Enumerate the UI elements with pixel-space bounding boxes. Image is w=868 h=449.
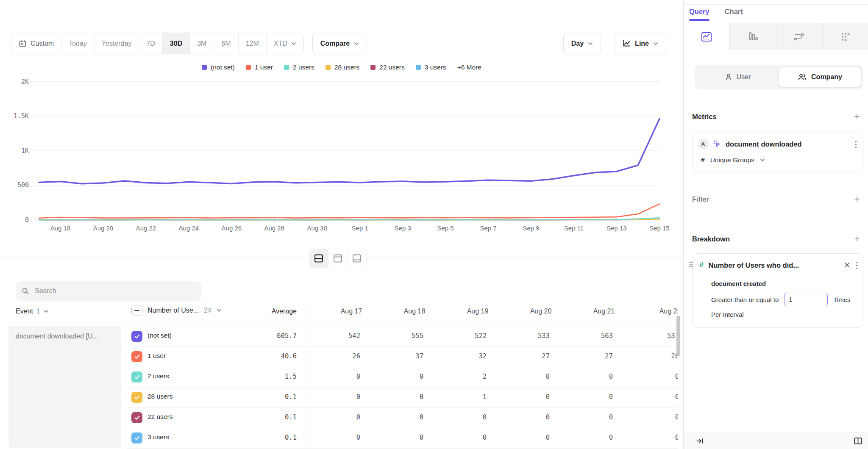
x-axis-tick: Sep 15 <box>649 224 670 232</box>
measure-selector[interactable]: # Unique Groups <box>701 156 765 164</box>
series-line[interactable] <box>39 119 659 184</box>
table-row: 22 users0.1000000 <box>127 407 678 428</box>
collapse-panel-icon[interactable] <box>696 438 704 444</box>
range-xtd[interactable]: XTD <box>266 33 303 54</box>
kebab-menu-icon[interactable] <box>855 140 857 148</box>
threshold-input[interactable] <box>784 293 828 306</box>
filter-section-header: Filter + <box>692 194 860 204</box>
layout-bottom-button[interactable] <box>347 249 366 268</box>
range-3m[interactable]: 3M <box>189 33 214 54</box>
chart-type-tabs <box>684 23 868 50</box>
layout-split-button[interactable] <box>309 249 328 268</box>
split-view-icon[interactable] <box>854 437 862 445</box>
range-7d[interactable]: 7D <box>139 33 162 54</box>
x-axis-tick: Aug 22 <box>136 224 156 232</box>
drag-handle-icon[interactable] <box>689 262 693 267</box>
x-axis-tick: Sep 7 <box>480 224 496 232</box>
range-6m[interactable]: 6M <box>214 33 238 54</box>
row-checkbox[interactable] <box>131 412 142 423</box>
x-axis-tick: Aug 30 <box>307 224 327 232</box>
kebab-menu-icon[interactable] <box>856 261 858 269</box>
metric-card[interactable]: A document downloaded # Unique Groups <box>692 133 863 172</box>
group-column-header[interactable]: Number of Use... 24 <box>131 305 222 316</box>
row-value: 27 <box>572 352 635 360</box>
layout-split-icon <box>314 254 324 263</box>
add-metric-button[interactable]: + <box>854 111 860 122</box>
add-breakdown-button[interactable]: + <box>854 234 860 244</box>
range-today[interactable]: Today <box>61 33 94 54</box>
row-checkbox[interactable] <box>131 331 142 342</box>
row-value: 537 <box>638 332 678 340</box>
chevron-down-icon <box>354 42 359 45</box>
query-panel: Query Chart User Company <box>683 0 868 449</box>
chevron-down-icon <box>217 309 222 312</box>
row-value: 0 <box>572 373 635 380</box>
compare-button[interactable]: Compare <box>312 33 367 54</box>
x-axis-tick: Sep 13 <box>606 224 627 232</box>
interval-label: Day <box>571 40 584 47</box>
row-value: 0 <box>383 413 446 421</box>
tab-line-chart[interactable] <box>684 23 729 50</box>
range-12m[interactable]: 12M <box>238 33 266 54</box>
row-checkbox[interactable] <box>131 371 142 382</box>
scope-company-option[interactable]: Company <box>779 67 861 87</box>
row-average: 0.1 <box>233 434 297 441</box>
event-column-header[interactable]: Event 1 <box>16 308 49 315</box>
row-value: 0 <box>509 373 572 380</box>
breakdown-title[interactable]: Number of Users who did... <box>708 261 799 269</box>
range-30d[interactable]: 30D <box>162 33 189 54</box>
row-checkbox[interactable] <box>131 392 142 403</box>
row-average: 0.1 <box>233 413 297 421</box>
row-value: 0 <box>572 434 635 441</box>
tab-query[interactable]: Query <box>689 8 709 21</box>
row-label: 1 user <box>147 352 166 360</box>
filter-heading: Filter <box>692 195 709 203</box>
chevron-down-icon <box>44 310 49 313</box>
row-checkbox[interactable] <box>131 432 142 443</box>
y-axis-tick: 500 <box>17 181 29 189</box>
date-column-header: Aug 21 <box>572 308 636 315</box>
row-average: 605.7 <box>233 332 297 340</box>
vertical-scrollbar[interactable] <box>676 316 680 356</box>
layout-top-button[interactable] <box>328 249 347 268</box>
range-yesterday[interactable]: Yesterday <box>94 33 139 54</box>
metric-badge: A <box>698 139 708 149</box>
close-icon[interactable]: ✕ <box>843 261 851 269</box>
tab-bar-chart[interactable] <box>729 23 776 50</box>
panel-top-border <box>684 4 868 5</box>
event-cell[interactable]: document downloaded [U... <box>8 326 121 448</box>
range-custom[interactable]: Custom <box>11 33 61 54</box>
chevron-down-icon <box>588 42 593 45</box>
row-value: 0 <box>572 393 635 401</box>
breakdown-section-header: Breakdown + <box>692 234 860 244</box>
line-chart-icon <box>623 40 631 47</box>
range-label: 3M <box>197 40 206 47</box>
search-box[interactable] <box>16 281 201 301</box>
row-value: 0 <box>509 413 572 421</box>
group-header-label: Number of Use... <box>147 307 199 314</box>
event-cursor-icon <box>712 140 721 148</box>
y-axis-tick: 2K <box>21 78 29 86</box>
event-count: 1 <box>36 308 40 315</box>
scope-user-option[interactable]: User <box>697 67 779 87</box>
breakdown-title-row: # Number of Users who did... ✕ <box>699 261 858 269</box>
tab-chart[interactable]: Chart <box>725 8 743 21</box>
chart-type-button[interactable]: Line <box>615 33 666 54</box>
breakdown-event-name[interactable]: document created <box>711 280 766 287</box>
layout-top-icon <box>333 254 343 263</box>
interval-button[interactable]: Day <box>563 33 601 54</box>
panel-footer <box>684 432 868 449</box>
series-line[interactable] <box>39 204 659 218</box>
tab-dots-grid[interactable] <box>822 23 868 50</box>
breakdown-card[interactable]: # Number of Users who did... ✕ document … <box>692 253 863 328</box>
tab-flow[interactable] <box>776 23 822 50</box>
row-checkbox[interactable] <box>131 351 142 362</box>
date-column-header: Aug 22 <box>638 308 678 315</box>
line-chart[interactable]: 05001K1.5K2KAug 18Aug 20Aug 22Aug 24Aug … <box>0 55 683 237</box>
metric-name[interactable]: document downloaded <box>726 140 802 148</box>
select-all-checkbox[interactable] <box>131 305 142 316</box>
add-filter-button[interactable]: + <box>854 194 860 204</box>
range-label: 12M <box>246 40 259 47</box>
x-axis-tick: Aug 24 <box>179 224 199 232</box>
search-input[interactable] <box>34 287 195 295</box>
